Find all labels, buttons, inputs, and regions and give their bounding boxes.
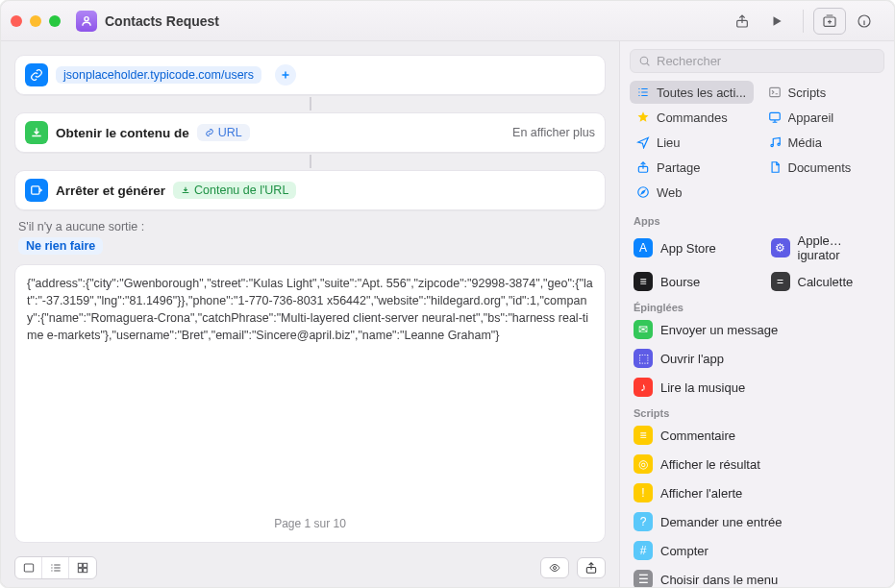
view-grid-button[interactable] [69, 557, 96, 578]
svg-rect-7 [84, 563, 87, 567]
star-icon [635, 110, 651, 125]
download-icon [25, 121, 48, 144]
category-list[interactable]: Toutes les acti... [630, 81, 754, 104]
script-item[interactable]: ?Demander une entrée [620, 507, 894, 536]
zoom-button[interactable] [49, 15, 61, 27]
add-url-button[interactable] [275, 64, 296, 86]
pinned-item[interactable]: ✉Envoyer un message [620, 315, 894, 344]
app-item[interactable]: ⚙Apple…igurator [758, 229, 895, 267]
category-terminal[interactable]: Scripts [761, 81, 885, 104]
app-icon: ⬚ [634, 349, 653, 368]
connector [14, 155, 606, 168]
terminal-icon [767, 85, 783, 100]
svg-rect-13 [769, 87, 780, 96]
url-variable-token[interactable]: URL [197, 124, 250, 141]
app-item[interactable]: ≡Bourse [620, 267, 758, 296]
item-label: Compter [660, 544, 709, 558]
category-label: Appareil [788, 110, 834, 125]
stop-output-label: Arrêter et générer [56, 184, 165, 198]
svg-point-10 [554, 567, 557, 570]
do-nothing-button[interactable]: Ne rien faire [18, 237, 103, 255]
category-nav[interactable]: Lieu [630, 131, 754, 154]
category-music[interactable]: Média [761, 131, 885, 154]
item-label: Apple…igurator [798, 233, 882, 262]
category-label: Toutes les acti... [657, 86, 746, 100]
category-label: Partage [657, 160, 701, 175]
category-safari[interactable]: Web [630, 181, 754, 204]
footer-share-button[interactable] [577, 557, 606, 578]
apps-section-title: Apps [620, 209, 894, 229]
category-star[interactable]: Commandes [630, 106, 754, 129]
category-label: Lieu [657, 135, 681, 150]
share-button[interactable] [726, 8, 758, 35]
script-item[interactable]: ≡Commentaire [620, 421, 894, 450]
script-item[interactable]: ◎Afficher le résultat [620, 450, 894, 478]
list-icon [635, 85, 651, 100]
quicklook-button[interactable] [540, 557, 569, 578]
script-item[interactable]: #Compter [620, 536, 894, 565]
link-icon [25, 63, 48, 86]
close-button[interactable] [11, 15, 22, 27]
output-text: {"address":{"city":"Gwenborough","street… [27, 275, 593, 508]
app-icon: ! [634, 483, 653, 502]
app-icon: # [634, 541, 653, 560]
view-canvas-button[interactable] [15, 557, 42, 578]
app-item[interactable]: =Calculette [758, 267, 895, 296]
library-button[interactable] [813, 8, 846, 35]
category-device[interactable]: Appareil [761, 106, 885, 129]
svg-point-0 [85, 16, 88, 20]
run-button[interactable] [760, 8, 793, 35]
info-button[interactable] [848, 8, 881, 35]
if-no-output-block: S'il n'y a aucune sortie : Ne rien faire [14, 220, 606, 255]
show-more-button[interactable]: En afficher plus [512, 126, 595, 139]
page-indicator: Page 1 sur 10 [27, 516, 593, 532]
nav-icon [635, 135, 651, 150]
category-label: Scripts [788, 86, 827, 100]
get-contents-card[interactable]: Obtenir le contenu de URL En afficher pl… [14, 112, 606, 153]
doc-icon [767, 159, 783, 175]
minimize-button[interactable] [30, 15, 41, 27]
svg-rect-14 [769, 112, 780, 120]
view-mode-segment [14, 556, 97, 579]
search-input[interactable] [657, 54, 876, 68]
script-item[interactable]: ☰Choisir dans le menu [620, 565, 894, 587]
app-icon: A [634, 238, 653, 257]
output-icon [25, 179, 48, 202]
item-label: App Store [660, 241, 716, 256]
search-field[interactable] [630, 49, 884, 73]
item-label: Envoyer un message [660, 323, 778, 337]
script-item[interactable]: !Afficher l'alerte [620, 478, 894, 507]
get-contents-label: Obtenir le contenu de [56, 126, 189, 140]
item-label: Ouvrir l'app [660, 352, 724, 366]
app-icon: ≡ [634, 272, 653, 291]
pinned-section-title: Épinglées [620, 296, 894, 315]
svg-rect-5 [24, 564, 33, 572]
svg-point-18 [638, 187, 649, 198]
actions-sidebar: Toutes les acti...ScriptsCommandesAppare… [619, 41, 894, 587]
app-icon: ◎ [634, 454, 653, 474]
if-no-output-label: S'il n'y a aucune sortie : [18, 220, 606, 233]
app-item[interactable]: AApp Store [620, 229, 758, 267]
view-list-button[interactable] [42, 557, 69, 578]
item-label: Lire la musique [660, 380, 745, 395]
app-window: Contacts Request [0, 0, 895, 588]
window-title: Contacts Request [105, 13, 219, 29]
pinned-item[interactable]: ♪Lire la musique [620, 373, 894, 402]
svg-point-15 [770, 144, 772, 146]
item-label: Demander une entrée [660, 515, 782, 529]
url-token[interactable]: jsonplaceholder.typicode.com/users [56, 66, 261, 84]
item-label: Calculette [798, 275, 854, 289]
url-action-card[interactable]: jsonplaceholder.typicode.com/users [14, 55, 606, 95]
pinned-item[interactable]: ⬚Ouvrir l'app [620, 344, 894, 373]
category-doc[interactable]: Documents [761, 156, 885, 179]
shortcut-icon [76, 11, 97, 32]
category-share[interactable]: Partage [630, 156, 754, 179]
app-icon: ≡ [634, 426, 653, 445]
editor-footer [14, 552, 606, 579]
app-icon: ? [634, 512, 653, 531]
url-content-token[interactable]: Contenu de l'URL [173, 182, 296, 199]
app-icon: = [771, 272, 790, 291]
stop-output-card[interactable]: Arrêter et générer Contenu de l'URL [14, 170, 606, 210]
category-label: Documents [788, 160, 852, 175]
svg-rect-8 [78, 569, 82, 573]
